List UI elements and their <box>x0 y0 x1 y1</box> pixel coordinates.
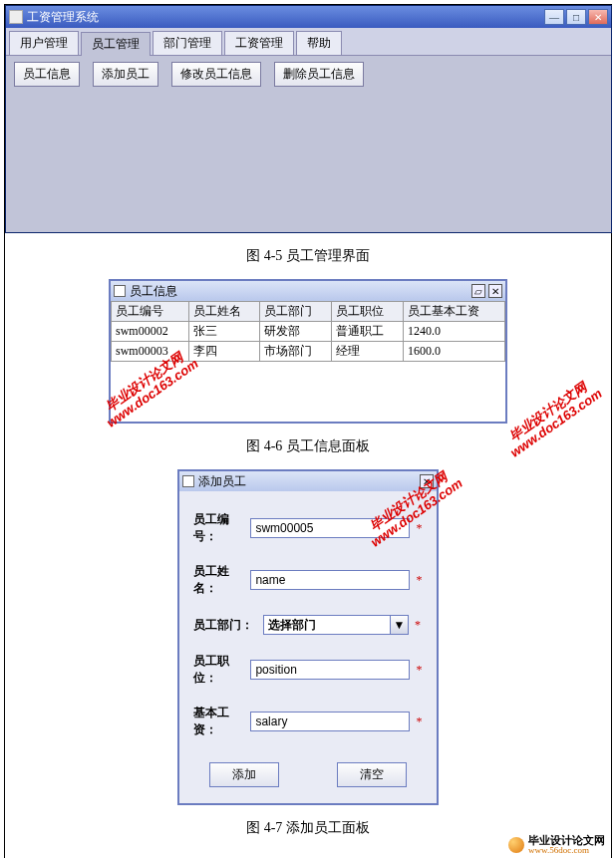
employee-info-button[interactable]: 员工信息 <box>14 62 80 87</box>
table-row[interactable]: swm00002 张三 研发部 普通职工 1240.0 <box>112 322 505 342</box>
figure-caption: 图 4-6 员工信息面板 <box>5 437 611 455</box>
col-salary: 员工基本工资 <box>403 302 504 322</box>
frame-title: 员工信息 <box>130 283 177 300</box>
table-row[interactable]: swm00003 李四 市场部门 经理 1600.0 <box>112 342 505 362</box>
salary-system-window: 工资管理系统 — □ ✕ 用户管理 员工管理 部门管理 工资管理 帮助 员工信息… <box>5 5 612 233</box>
col-id: 员工编号 <box>112 302 189 322</box>
row-position: 员工职位： * <box>193 653 423 687</box>
chevron-down-icon: ▼ <box>390 616 408 634</box>
input-position[interactable] <box>250 660 410 680</box>
row-salary: 基本工资： * <box>193 705 423 738</box>
footer-url: www.56doc.com <box>528 846 605 855</box>
maximize-button[interactable]: □ <box>566 9 586 25</box>
label-name: 员工姓名： <box>193 563 250 597</box>
delete-employee-button[interactable]: 删除员工信息 <box>274 62 364 87</box>
frame-title: 添加员工 <box>198 473 246 490</box>
employee-info-frame: 员工信息 ▱ ✕ 员工编号 员工姓名 员工部门 员工职位 员工基本工资 swm0… <box>109 279 507 424</box>
figure-caption: 图 4-5 员工管理界面 <box>5 247 611 265</box>
reset-button[interactable]: 清空 <box>337 762 407 787</box>
maximize-icon[interactable]: ▱ <box>471 284 485 298</box>
tab-salary-management[interactable]: 工资管理 <box>224 31 294 55</box>
frame-icon <box>182 475 194 487</box>
row-name: 员工姓名： * <box>193 563 423 597</box>
tab-employee-management[interactable]: 员工管理 <box>81 32 151 56</box>
toolbar: 员工信息 添加员工 修改员工信息 删除员工信息 <box>6 55 611 93</box>
tab-user-management[interactable]: 用户管理 <box>9 31 79 55</box>
table-empty-area <box>111 362 505 422</box>
label-position: 员工职位： <box>193 653 250 687</box>
edit-employee-button[interactable]: 修改员工信息 <box>171 62 261 87</box>
close-icon[interactable]: ✕ <box>420 474 434 488</box>
window-title: 工资管理系统 <box>27 9 99 26</box>
row-id: 员工编号： * <box>193 511 423 545</box>
required-mark: * <box>416 573 423 588</box>
row-dept: 员工部门： 选择部门 ▼ * <box>193 615 423 635</box>
col-name: 员工姓名 <box>188 302 260 322</box>
form-body: 员工编号： * 员工姓名： * 员工部门： 选择部门 ▼ * 员工职位： <box>179 491 437 803</box>
select-value: 选择部门 <box>268 617 316 634</box>
input-name[interactable] <box>250 570 410 590</box>
tab-bar: 用户管理 员工管理 部门管理 工资管理 帮助 <box>6 28 611 55</box>
tab-help[interactable]: 帮助 <box>296 31 342 55</box>
form-actions: 添加 清空 <box>193 756 423 787</box>
minimize-button[interactable]: — <box>544 9 564 25</box>
input-id[interactable] <box>250 518 410 538</box>
frame-titlebar: 添加员工 ✕ <box>179 471 437 491</box>
frame-icon <box>114 285 126 297</box>
client-area <box>6 93 611 232</box>
close-button[interactable]: ✕ <box>588 9 608 25</box>
add-employee-button[interactable]: 添加员工 <box>93 62 158 87</box>
add-employee-frame: 添加员工 ✕ 员工编号： * 员工姓名： * 员工部门： 选择部门 ▼ * <box>177 469 439 805</box>
table-header-row: 员工编号 员工姓名 员工部门 员工职位 员工基本工资 <box>112 302 505 322</box>
frame-titlebar: 员工信息 ▱ ✕ <box>111 281 505 301</box>
required-mark: * <box>416 715 423 729</box>
employee-table: 员工编号 员工姓名 员工部门 员工职位 员工基本工资 swm00002 张三 研… <box>111 301 505 362</box>
app-icon <box>9 10 23 24</box>
logo-icon <box>508 837 524 853</box>
label-dept: 员工部门： <box>193 617 263 634</box>
submit-button[interactable]: 添加 <box>209 762 279 787</box>
label-id: 员工编号： <box>193 511 250 545</box>
required-mark: * <box>416 521 423 536</box>
col-position: 员工职位 <box>332 302 404 322</box>
window-titlebar: 工资管理系统 — □ ✕ <box>6 6 611 28</box>
tab-department-management[interactable]: 部门管理 <box>153 31 222 55</box>
col-dept: 员工部门 <box>260 302 332 322</box>
required-mark: * <box>415 618 423 633</box>
footer-logo: 毕业设计论文网 www.56doc.com <box>508 835 605 855</box>
close-icon[interactable]: ✕ <box>488 284 502 298</box>
input-salary[interactable] <box>250 712 410 731</box>
label-salary: 基本工资： <box>193 705 250 738</box>
select-dept[interactable]: 选择部门 ▼ <box>263 615 409 635</box>
required-mark: * <box>416 663 423 678</box>
